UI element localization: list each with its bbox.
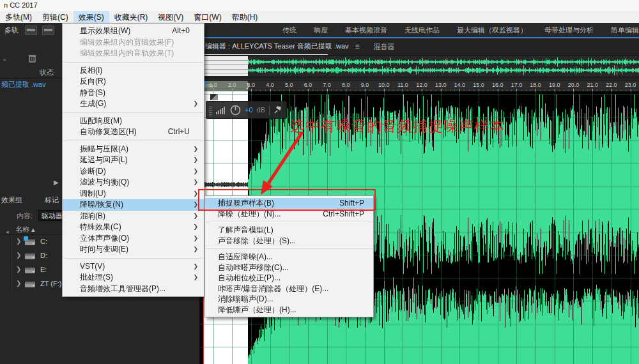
window-title: n CC 2017 [4,1,38,9]
menu-item[interactable]: 自动修复选区(H)Ctrl+U [63,126,204,138]
menu-item[interactable]: 延迟与回声(L)❯ [63,155,204,166]
overview-waveform-canvas[interactable] [200,55,639,77]
menu-item[interactable]: 振幅与压限(A)❯ [63,144,204,155]
ruler-tick-label: 8.0 [342,82,350,88]
tab-mixer[interactable]: 混音器 [374,42,395,52]
waveform-view-icon[interactable] [25,26,37,35]
menu-item[interactable]: 自动相位校正(P)... [205,273,373,284]
menubar-item[interactable]: 剪辑(C) [37,11,73,23]
pin-hud-icon[interactable] [273,106,282,114]
menu-item[interactable]: 诊断(D)❯ [63,166,204,178]
workspace-tab[interactable]: 响度 [314,26,328,35]
drive-label: ZT (F:) [40,280,61,287]
submenu-arrow-icon: ❯ [193,222,198,233]
submenu-arrow-icon: ❯ [193,261,198,273]
menu-item[interactable]: 混响(B)❯ [63,211,204,222]
tab-effects-rack[interactable]: 效果组 [1,195,22,205]
menu-item[interactable]: 降低嘶声（处理）(H)... [205,305,373,315]
menu-item[interactable]: 咔嗒声/爆音消除器（处理）(E)... [205,284,373,294]
menubar-item[interactable]: 视图(V) [153,11,189,23]
menu-item-shortcut: Ctrl+Shift+P [323,209,364,220]
menu-item-label: 立体声声像(O) [80,234,129,243]
menu-item[interactable]: 反相(I) [63,65,204,77]
menu-item-label: 静音(S) [80,88,105,97]
menu-item[interactable]: 生成(G)❯ [63,98,204,110]
menubar-item[interactable]: 效果(S) [73,11,109,23]
menu-item-label: 时间与变调(E) [80,245,128,254]
waveform-corner-widget-icon[interactable] [210,94,218,100]
timeline-ruler[interactable]: ⟩ hms 1.02.03.04.05.06.07.08.09.010.011.… [200,81,639,91]
workspace-tab[interactable]: 传统 [282,26,296,35]
workspace-tab[interactable]: 无线电作品 [404,26,440,35]
chevron-right-icon[interactable]: ❯ [16,238,21,245]
menu-item[interactable]: 自动咔嗒声移除(C)... [205,262,373,273]
chevron-right-icon[interactable]: ❯ [16,280,21,287]
menubar-item[interactable]: 收藏夹(R) [109,11,153,23]
menubar-item[interactable]: 多轨(M) [0,11,37,23]
menu-item[interactable]: 批处理(S)❯ [63,272,204,284]
menu-item[interactable]: 自适应降噪(A)... [205,252,373,262]
ruler-tick-label: 12.0 [416,82,427,88]
chevron-right-icon[interactable]: ❯ [16,266,21,273]
menu-item[interactable]: 降噪/恢复(N)❯ [63,199,204,211]
menu-item-label: 显示效果组(W) [80,26,130,35]
ruler-tick-label: 5.0 [285,82,293,88]
panel-menu-icon[interactable]: ≡ [355,42,360,51]
submenu-arrow-icon: ❯ [193,144,198,155]
multitrack-button[interactable]: 多轨 [4,26,19,35]
hud-divider [269,105,270,115]
ruler-tick-label: 17.0 [511,82,523,88]
drive-icon [25,266,36,275]
tab-markers[interactable]: 标记 [45,195,59,205]
submenu-arrow-icon: ❯ [193,272,198,284]
volume-knob-icon[interactable] [230,105,241,116]
ruler-tick-label: 3.0 [247,82,256,88]
play-icon[interactable]: ▶ [54,179,59,186]
chevron-right-icon[interactable]: ❯ [16,252,21,259]
workspace-tab[interactable]: 简单编辑 [611,26,639,35]
multitrack-view-icon[interactable] [42,26,54,35]
title-bar: n CC 2017 [0,0,639,11]
ruler-tick-label: 21.0 [587,82,598,88]
menu-item-label: 反相(I) [80,66,102,75]
menu-item[interactable]: 滤波与均衡(Q)❯ [63,177,204,188]
menu-item[interactable]: 消除嗡嗡声(D)... [205,294,373,305]
menu-item[interactable]: 声音移除（处理）(S)... [205,236,373,246]
menu-item[interactable]: 时间与变调(E)❯ [63,244,204,255]
hud-grip-icon[interactable] [209,105,212,115]
submenu-arrow-icon: ❯ [193,98,198,110]
trash-icon[interactable] [28,54,36,64]
workspace-tab[interactable]: 基本视频混音 [345,26,387,35]
menu-item[interactable]: VST(V)❯ [63,261,204,273]
menu-item-label: 编辑效果组内的音轨效果(T) [80,49,174,57]
menubar-item[interactable]: 帮助(H) [227,11,263,23]
menu-item[interactable]: 显示效果组(W)Alt+0 [63,26,204,37]
ruler-tick-label: 15.0 [473,82,484,88]
drive-icon [25,252,36,261]
editor-tabbar: 编辑器 : ALLEYCATS Teaser 音频已提取 .wav ≡ 混音器 [200,38,639,55]
content-label: 内容: [17,211,33,221]
menu-item[interactable]: 匹配响度(M) [63,116,204,127]
workspace-tab[interactable]: 最大编辑（双监视器） [457,26,527,35]
menu-item[interactable]: 音频增效工具管理器(P)... [63,284,204,295]
menu-item[interactable]: 降噪（处理）(N)...Ctrl+Shift+P [205,209,373,220]
file-name: 频已提取 .wav [1,80,46,89]
chevron-down-icon[interactable]: ⌄ [2,55,7,62]
tab-editor[interactable]: 编辑器 : ALLEYCATS Teaser 音频已提取 .wav [205,42,349,52]
menu-item[interactable]: 特殊效果(C)❯ [63,222,204,233]
collapse-arrow-icon[interactable]: ◂ [6,229,9,235]
menubar-item[interactable]: 窗口(W) [189,11,226,23]
submenu-arrow-icon: ❯ [193,211,198,222]
ruler-tick-label: 14.0 [454,82,466,88]
menu-item[interactable]: 了解声音模型(L) [205,225,373,236]
workspace-tabs: 传统响度基本视频混音无线电作品最大编辑（双监视器）母带处理与分析简单编辑 [282,26,639,35]
menu-item[interactable]: 立体声声像(O)❯ [63,233,204,245]
menu-item[interactable]: 调制(U)❯ [63,188,204,200]
menu-item[interactable]: 反向(R) [63,76,204,87]
menu-item-label: 捕捉噪声样本(B) [218,199,274,208]
workspace-tab[interactable]: 母带处理与分析 [544,26,594,35]
ruler-tick-label: 9.0 [361,82,369,88]
menu-item[interactable]: 捕捉噪声样本(B)Shift+P [205,198,373,209]
menu-item[interactable]: 静音(S) [63,87,204,99]
menu-item-label: 编辑效果组内的剪辑效果(F) [80,38,174,47]
